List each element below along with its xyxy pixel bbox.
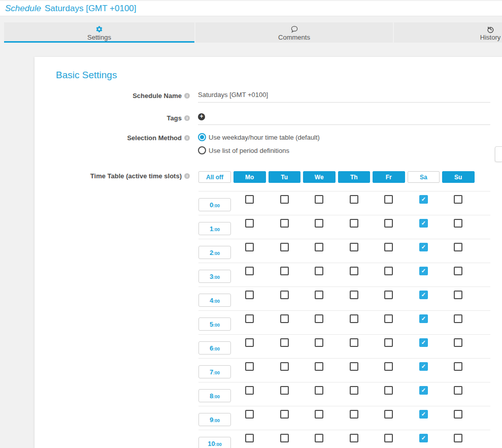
timeslot-checkbox-fr-800[interactable] (384, 386, 393, 395)
timeslot-checkbox-sa-500[interactable]: ✓ (419, 314, 428, 323)
timeslot-checkbox-mo-700[interactable] (245, 362, 254, 371)
timeslot-checkbox-th-1000[interactable] (350, 434, 358, 442)
hour-button-400[interactable]: 4:00 (198, 294, 231, 307)
timeslot-checkbox-su-300[interactable] (454, 267, 462, 275)
timeslot-checkbox-su-900[interactable] (454, 410, 462, 419)
timeslot-checkbox-fr-900[interactable] (384, 410, 393, 419)
timeslot-checkbox-we-500[interactable] (315, 314, 323, 323)
timeslot-checkbox-su-600[interactable] (454, 338, 462, 347)
timeslot-checkbox-th-200[interactable] (350, 243, 358, 251)
day-toggle-sa[interactable]: Sa (408, 171, 440, 183)
day-toggle-mo[interactable]: Mo (233, 171, 266, 183)
timeslot-checkbox-su-100[interactable] (454, 219, 462, 228)
timeslot-checkbox-sa-900[interactable]: ✓ (419, 410, 428, 419)
timeslot-checkbox-mo-200[interactable] (245, 243, 254, 251)
timeslot-checkbox-fr-100[interactable] (384, 219, 393, 228)
hour-button-900[interactable]: 9:00 (198, 413, 231, 426)
timeslot-checkbox-th-600[interactable] (350, 338, 358, 347)
schedule-name-input[interactable]: Saturdays [GMT +0100] (198, 91, 490, 103)
day-toggle-tu[interactable]: Tu (269, 171, 301, 183)
timeslot-checkbox-we-000[interactable] (315, 195, 323, 204)
timeslot-checkbox-su-400[interactable] (454, 291, 462, 299)
hour-button-000[interactable]: 0:00 (198, 198, 231, 211)
timeslot-checkbox-mo-100[interactable] (245, 219, 254, 228)
timeslot-checkbox-fr-300[interactable] (384, 267, 393, 275)
timeslot-checkbox-we-400[interactable] (315, 291, 323, 299)
timeslot-checkbox-su-1000[interactable] (454, 434, 462, 442)
info-icon[interactable]: i (184, 115, 190, 121)
timeslot-checkbox-tu-600[interactable] (280, 338, 289, 347)
info-icon[interactable]: i (184, 135, 190, 141)
timeslot-checkbox-sa-200[interactable]: ✓ (419, 243, 428, 251)
timeslot-checkbox-tu-700[interactable] (280, 362, 289, 371)
timeslot-checkbox-we-200[interactable] (315, 243, 323, 251)
tab-settings[interactable]: Settings (4, 22, 194, 43)
timeslot-checkbox-fr-500[interactable] (384, 314, 393, 323)
timeslot-checkbox-fr-700[interactable] (384, 362, 393, 371)
timeslot-checkbox-sa-400[interactable]: ✓ (419, 291, 428, 299)
timeslot-checkbox-mo-300[interactable] (245, 267, 254, 275)
timeslot-checkbox-mo-000[interactable] (245, 195, 254, 204)
timeslot-checkbox-we-600[interactable] (315, 338, 323, 347)
timeslot-checkbox-mo-900[interactable] (245, 410, 254, 419)
timeslot-checkbox-mo-600[interactable] (245, 338, 254, 347)
timeslot-checkbox-fr-400[interactable] (384, 291, 393, 299)
timeslot-checkbox-tu-900[interactable] (280, 410, 289, 419)
all-off-button[interactable]: All off (198, 171, 231, 183)
hour-button-500[interactable]: 5:00 (198, 317, 231, 331)
day-toggle-fr[interactable]: Fr (373, 171, 405, 183)
timeslot-checkbox-tu-100[interactable] (280, 219, 289, 228)
timeslot-checkbox-we-800[interactable] (315, 386, 323, 395)
plus-circle-icon[interactable]: + (198, 113, 205, 120)
hour-button-200[interactable]: 2:00 (198, 246, 231, 259)
hour-button-100[interactable]: 1:00 (198, 222, 231, 235)
timeslot-checkbox-fr-000[interactable] (384, 195, 393, 204)
radio-option-periods[interactable]: Use list of period definitions (198, 146, 490, 154)
tab-comments[interactable]: Comments (195, 22, 393, 43)
timeslot-checkbox-sa-800[interactable]: ✓ (419, 386, 428, 395)
timeslot-checkbox-sa-300[interactable]: ✓ (419, 267, 428, 275)
hour-button-1000[interactable]: 10:00 (198, 437, 231, 448)
timeslot-checkbox-mo-400[interactable] (245, 291, 254, 299)
timeslot-checkbox-we-100[interactable] (315, 219, 323, 228)
side-flyout-handle[interactable] (495, 146, 502, 162)
timeslot-checkbox-sa-600[interactable]: ✓ (419, 338, 428, 347)
hour-button-600[interactable]: 6:00 (198, 341, 231, 355)
timeslot-checkbox-sa-100[interactable]: ✓ (419, 219, 428, 228)
timeslot-checkbox-fr-1000[interactable] (384, 434, 393, 442)
timeslot-checkbox-tu-300[interactable] (280, 267, 289, 275)
timeslot-checkbox-tu-000[interactable] (280, 195, 289, 204)
timeslot-checkbox-th-900[interactable] (350, 410, 358, 419)
timeslot-checkbox-we-300[interactable] (315, 267, 323, 275)
timeslot-checkbox-fr-600[interactable] (384, 338, 393, 347)
timeslot-checkbox-tu-1000[interactable] (280, 434, 289, 442)
timeslot-checkbox-su-200[interactable] (454, 243, 462, 251)
timeslot-checkbox-th-800[interactable] (350, 386, 358, 395)
timeslot-checkbox-we-1000[interactable] (315, 434, 323, 442)
timeslot-checkbox-sa-1000[interactable]: ✓ (419, 434, 428, 442)
info-icon[interactable]: i (184, 93, 190, 99)
timeslot-checkbox-sa-000[interactable]: ✓ (419, 195, 428, 204)
radio-option-timetable[interactable]: Use weekday/hour time table (default) (198, 133, 490, 141)
timeslot-checkbox-su-800[interactable] (454, 386, 462, 395)
hour-button-300[interactable]: 3:00 (198, 270, 231, 283)
timeslot-checkbox-sa-700[interactable]: ✓ (419, 362, 428, 371)
info-icon[interactable]: i (184, 173, 190, 179)
timeslot-checkbox-su-500[interactable] (454, 314, 462, 323)
timeslot-checkbox-th-700[interactable] (350, 362, 358, 371)
day-toggle-we[interactable]: We (303, 171, 336, 183)
tab-history[interactable]: History (394, 22, 502, 43)
timeslot-checkbox-mo-1000[interactable] (245, 434, 254, 442)
timeslot-checkbox-tu-500[interactable] (280, 314, 289, 323)
timeslot-checkbox-mo-800[interactable] (245, 386, 254, 395)
timeslot-checkbox-su-000[interactable] (454, 195, 462, 204)
timeslot-checkbox-th-300[interactable] (350, 267, 358, 275)
timeslot-checkbox-su-700[interactable] (454, 362, 462, 371)
timeslot-checkbox-th-000[interactable] (350, 195, 358, 204)
timeslot-checkbox-we-900[interactable] (315, 410, 323, 419)
hour-button-800[interactable]: 8:00 (198, 389, 231, 402)
timeslot-checkbox-we-700[interactable] (315, 362, 323, 371)
day-toggle-th[interactable]: Th (338, 171, 371, 183)
timeslot-checkbox-tu-200[interactable] (280, 243, 289, 251)
timeslot-checkbox-fr-200[interactable] (384, 243, 393, 251)
